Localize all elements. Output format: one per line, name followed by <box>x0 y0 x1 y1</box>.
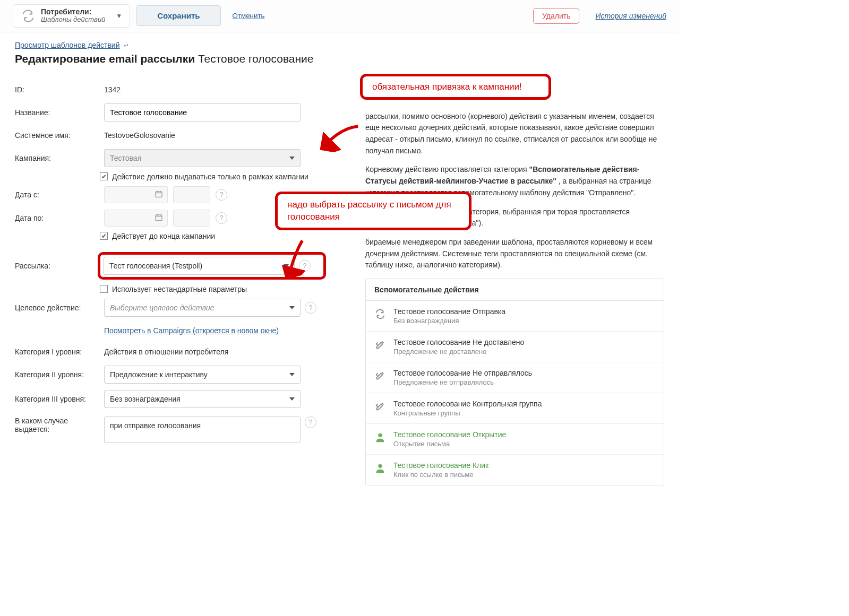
chevron-down-icon <box>289 373 295 376</box>
calendar-icon <box>155 213 163 223</box>
time-to-input[interactable] <box>173 210 210 227</box>
page-title: Редактирование email рассылки Тестовое г… <box>15 53 664 65</box>
chevron-down-icon <box>289 157 295 160</box>
aux-header: Вспомогательные действия <box>366 279 664 301</box>
when-label: В каком случае выдается: <box>15 417 100 433</box>
aux-item-title: Тестовое голосование Контрольная группа <box>393 400 542 408</box>
mailing-select[interactable]: Тест голосования (Testpoll) <box>104 257 295 275</box>
help-icon[interactable]: ? <box>305 417 316 428</box>
context-title: Потребители: <box>41 8 105 16</box>
annotation-select-mailing: надо выбрать рассылку с письмом для голо… <box>275 192 471 231</box>
mailing-label: Рассылка: <box>15 262 100 270</box>
breadcrumb-back-link[interactable]: Просмотр шаблонов действий <box>15 41 119 49</box>
aux-item[interactable]: Тестовое голосование КликКлик по ссылке … <box>366 455 664 485</box>
id-value: 1342 <box>104 85 121 94</box>
annotation-arrow-icon <box>320 113 363 156</box>
aux-item-title: Тестовое голосование Не отправлялось <box>393 369 532 377</box>
cat2-label: Категория II уровня: <box>15 370 100 379</box>
info-paragraph: рассылки, помимо основного (корневого) д… <box>365 111 664 157</box>
help-icon[interactable]: ? <box>216 212 227 224</box>
id-label: ID: <box>15 85 100 94</box>
save-button[interactable]: Сохранить <box>136 5 220 26</box>
nonstandard-label: Использует нестандартные параметры <box>112 285 247 293</box>
context-subtitle: Шаблоны действий <box>41 16 105 23</box>
aux-item[interactable]: Тестовое голосование ОтправкаБез вознагр… <box>366 301 664 332</box>
page-header: Просмотр шаблонов действий ↵ Редактирова… <box>0 32 679 68</box>
user-icon <box>374 462 386 474</box>
breadcrumb: Просмотр шаблонов действий ↵ <box>15 41 664 49</box>
aux-item-subtitle: Предложение не отправлялось <box>393 378 532 386</box>
top-toolbar: Потребители: Шаблоны действий ▼ Сохранит… <box>0 0 679 32</box>
cat2-select[interactable]: Предложение к интерактиву <box>104 366 301 384</box>
svg-point-2 <box>378 433 382 437</box>
name-label: Название: <box>15 108 100 117</box>
aux-item-title: Тестовое голосование Не доставлено <box>393 338 524 346</box>
sysname-label: Системное имя: <box>15 131 100 140</box>
info-paragraph: бираемые менеджером при заведении шаблон… <box>365 237 664 271</box>
target-label: Целевое действие: <box>15 303 100 312</box>
context-dropdown[interactable]: Потребители: Шаблоны действий ▼ <box>13 4 130 28</box>
cat3-select[interactable]: Без вознаграждения <box>104 390 301 408</box>
refresh-icon <box>374 308 386 320</box>
delete-button[interactable]: Удалить <box>533 8 579 24</box>
till-end-label: Действует до конца кампании <box>112 232 215 240</box>
till-end-checkbox[interactable]: ✔ <box>100 232 108 240</box>
tools-icon <box>374 401 386 412</box>
open-campaigns-link[interactable]: Посмотреть в Campaigns (откроется в ново… <box>104 326 279 335</box>
aux-item[interactable]: Тестовое голосование ОткрытиеОткрытие пи… <box>366 424 664 455</box>
aux-item-subtitle: Открытие письма <box>393 440 506 448</box>
calendar-icon <box>155 189 163 199</box>
svg-point-3 <box>378 464 382 468</box>
date-to-input[interactable] <box>104 210 168 227</box>
aux-item[interactable]: Тестовое голосование Не отправлялосьПред… <box>366 362 664 393</box>
campaign-select[interactable]: Тестовая <box>104 149 301 167</box>
chevron-down-icon <box>289 306 295 309</box>
date-from-label: Дата с: <box>15 190 100 199</box>
info-column: обязательная привязка к кампании! надо в… <box>365 79 664 485</box>
svg-rect-0 <box>156 192 162 197</box>
tools-icon <box>374 370 386 381</box>
aux-item-title: Тестовое голосование Открытие <box>393 430 506 439</box>
when-textarea[interactable]: при отправке голосования <box>104 417 301 443</box>
aux-item-title: Тестовое голосование Клик <box>393 461 488 470</box>
cat1-value: Действия в отношении потребителя <box>104 348 228 356</box>
aux-item-subtitle: Клик по ссылке в письме <box>393 471 488 479</box>
date-to-label: Дата по: <box>15 214 100 222</box>
aux-item-title: Тестовое голосование Отправка <box>393 307 505 316</box>
help-icon[interactable]: ? <box>305 302 316 314</box>
cat1-label: Категория I уровня: <box>15 348 100 356</box>
cancel-button[interactable]: Отменить <box>227 7 270 24</box>
name-input[interactable] <box>104 103 301 122</box>
tools-icon <box>374 339 386 351</box>
recycle-icon <box>21 8 36 23</box>
chevron-down-icon <box>289 397 295 401</box>
history-link[interactable]: История изменений <box>595 12 666 20</box>
target-select[interactable]: Выберите целевое действие <box>104 299 301 317</box>
aux-item[interactable]: Тестовое голосование Контрольная группаК… <box>366 393 664 424</box>
aux-item-subtitle: Контрольные группы <box>393 409 542 417</box>
user-icon <box>374 431 386 443</box>
auxiliary-actions-panel: Вспомогательные действия Тестовое голосо… <box>365 279 664 485</box>
aux-item[interactable]: Тестовое голосование Не доставленоПредло… <box>366 332 664 362</box>
campaign-only-checkbox[interactable]: ✔ <box>100 172 108 180</box>
annotation-campaign-required: обязательная привязка к кампании! <box>360 74 551 100</box>
aux-item-subtitle: Предложение не доставлено <box>393 348 524 355</box>
nonstandard-checkbox[interactable] <box>100 285 108 293</box>
sysname-value: TestovoeGolosovanie <box>104 131 175 140</box>
return-icon: ↵ <box>124 42 129 49</box>
time-from-input[interactable] <box>173 186 210 203</box>
aux-item-subtitle: Без вознаграждения <box>393 317 505 325</box>
svg-rect-1 <box>156 215 162 221</box>
campaign-only-label: Действие должно выдаваться только в рамк… <box>112 172 308 181</box>
date-from-input[interactable] <box>104 186 168 203</box>
chevron-down-icon: ▼ <box>116 12 122 20</box>
cat3-label: Категория III уровня: <box>15 395 100 403</box>
campaign-label: Кампания: <box>15 154 100 162</box>
help-icon[interactable]: ? <box>216 189 227 201</box>
